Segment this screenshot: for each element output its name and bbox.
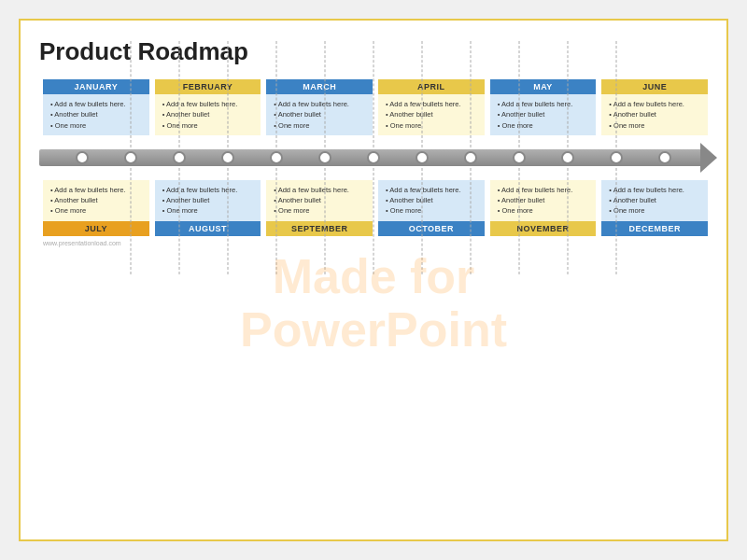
month-card-may: MAYAdd a few bullets here.Another bullet… xyxy=(490,79,597,135)
bullet-item: Add a few bullets here. xyxy=(386,99,480,109)
bullet-item: Another bullet xyxy=(609,195,703,205)
timeline-dot xyxy=(561,151,574,164)
month-card-june: JUNEAdd a few bullets here.Another bulle… xyxy=(601,79,708,135)
month-header: MAY xyxy=(490,79,597,94)
month-card-august: Add a few bullets here.Another bulletOne… xyxy=(155,180,261,236)
bullet-item: One more xyxy=(609,120,703,131)
month-card-february: FEBRUARYAdd a few bullets here.Another b… xyxy=(155,79,261,135)
bullet-item: One more xyxy=(162,120,257,131)
month-header: JANUARY xyxy=(43,79,149,94)
timeline-dot xyxy=(610,151,623,164)
timeline-dot xyxy=(416,151,429,164)
timeline-dot xyxy=(367,151,380,164)
roadmap-area: Made forPowerPoint JANUARYAdd a few bull… xyxy=(39,79,708,526)
month-card-july: Add a few bullets here.Another bulletOne… xyxy=(43,180,149,236)
bullet-item: Another bullet xyxy=(274,195,368,205)
month-header: MARCH xyxy=(266,79,373,94)
slide: Product Roadmap Made forPowerPoint JANUA… xyxy=(19,19,728,541)
bullet-item: One more xyxy=(498,120,592,131)
timeline-dot xyxy=(124,151,137,164)
timeline-dot xyxy=(76,151,89,164)
month-card-september: Add a few bullets here.Another bulletOne… xyxy=(266,180,373,236)
month-body: Add a few bullets here.Another bulletOne… xyxy=(266,94,373,135)
month-card-november: Add a few bullets here.Another bulletOne… xyxy=(490,180,597,236)
timeline-dot xyxy=(270,151,283,164)
timeline-dot xyxy=(221,151,234,164)
month-body: Add a few bullets here.Another bulletOne… xyxy=(490,94,597,135)
month-header: APRIL xyxy=(378,79,485,94)
timeline-dot xyxy=(513,151,526,164)
bullet-item: Another bullet xyxy=(162,195,257,205)
bullet-item: One more xyxy=(274,120,368,131)
bullet-item: Add a few bullets here. xyxy=(609,185,703,195)
month-body: Add a few bullets here.Another bulletOne… xyxy=(378,94,485,135)
month-header: OCTOBER xyxy=(378,221,485,236)
month-body: Add a few bullets here.Another bulletOne… xyxy=(378,180,485,221)
bullet-item: Add a few bullets here. xyxy=(274,99,368,109)
month-body: Add a few bullets here.Another bulletOne… xyxy=(601,180,708,221)
bullet-item: Another bullet xyxy=(498,195,592,205)
month-header: SEPTEMBER xyxy=(266,221,373,236)
timeline-dots xyxy=(39,151,708,164)
month-header: JULY xyxy=(43,221,149,236)
month-header: DECEMBER xyxy=(601,221,708,236)
bullet-item: Another bullet xyxy=(274,109,368,119)
month-body: Add a few bullets here.Another bulletOne… xyxy=(266,180,373,221)
month-header: AUGUST xyxy=(155,221,261,236)
bullet-item: Another bullet xyxy=(609,109,703,119)
bullet-item: One more xyxy=(162,205,257,216)
timeline-dot xyxy=(464,151,477,164)
timeline-dot xyxy=(658,151,671,164)
bullet-item: One more xyxy=(274,205,368,216)
bullet-item: Add a few bullets here. xyxy=(386,185,480,195)
bullet-item: Another bullet xyxy=(386,195,480,205)
timeline-dot xyxy=(318,151,331,164)
bullet-item: One more xyxy=(386,205,480,216)
month-header: NOVEMBER xyxy=(490,221,597,236)
timeline xyxy=(39,141,708,175)
month-card-april: APRILAdd a few bullets here.Another bull… xyxy=(378,79,485,135)
month-body: Add a few bullets here.Another bulletOne… xyxy=(490,180,597,221)
month-header: FEBRUARY xyxy=(155,79,261,94)
month-body: Add a few bullets here.Another bulletOne… xyxy=(155,94,261,135)
bullet-item: One more xyxy=(498,205,592,216)
month-body: Add a few bullets here.Another bulletOne… xyxy=(155,180,261,221)
timeline-dot xyxy=(173,151,186,164)
month-body: Add a few bullets here.Another bulletOne… xyxy=(43,94,149,135)
bullet-item: Another bullet xyxy=(162,109,257,119)
month-card-december: Add a few bullets here.Another bulletOne… xyxy=(601,180,708,236)
bullet-item: Add a few bullets here. xyxy=(274,185,368,195)
bullet-item: Add a few bullets here. xyxy=(162,185,257,195)
bullet-item: Add a few bullets here. xyxy=(498,99,592,109)
month-header: JUNE xyxy=(601,79,708,94)
bullet-item: One more xyxy=(609,205,703,216)
bullet-item: One more xyxy=(386,120,480,131)
bullet-item: Another bullet xyxy=(498,109,592,119)
bullet-item: Add a few bullets here. xyxy=(498,185,592,195)
bullet-item: Another bullet xyxy=(386,109,480,119)
month-card-january: JANUARYAdd a few bullets here.Another bu… xyxy=(43,79,149,135)
month-body: Add a few bullets here.Another bulletOne… xyxy=(43,180,149,221)
bullet-item: Add a few bullets here. xyxy=(162,99,257,109)
bullet-item: Add a few bullets here. xyxy=(609,99,703,109)
month-body: Add a few bullets here.Another bulletOne… xyxy=(601,94,708,135)
month-card-march: MARCHAdd a few bullets here.Another bull… xyxy=(266,79,373,135)
month-card-october: Add a few bullets here.Another bulletOne… xyxy=(378,180,485,236)
